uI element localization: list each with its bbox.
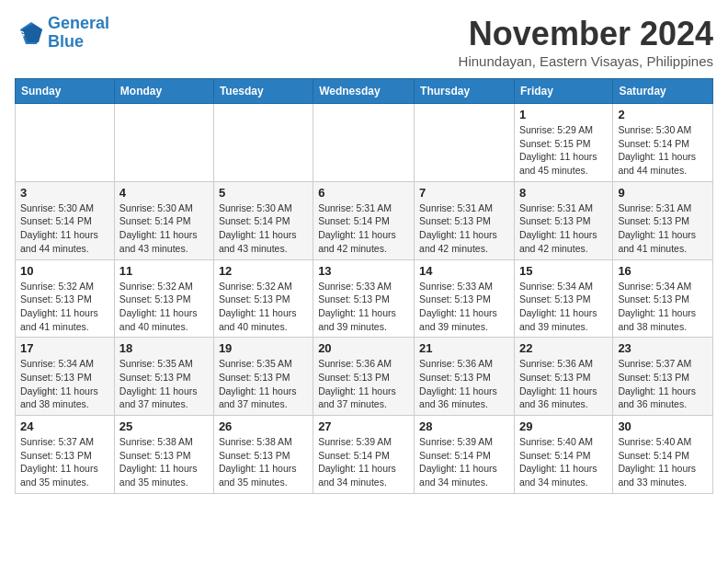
day-number: 21 — [419, 341, 509, 355]
calendar-week-row: 1Sunrise: 5:29 AM Sunset: 5:15 PM Daylig… — [16, 104, 713, 182]
day-info: Sunrise: 5:33 AM Sunset: 5:13 PM Dayligh… — [318, 280, 409, 334]
calendar-cell: 20Sunrise: 5:36 AM Sunset: 5:13 PM Dayli… — [313, 338, 415, 416]
calendar-cell: 4Sunrise: 5:30 AM Sunset: 5:14 PM Daylig… — [114, 181, 213, 259]
weekday-header-cell: Sunday — [16, 79, 115, 104]
svg-text:G: G — [18, 29, 25, 39]
day-number: 12 — [219, 264, 308, 278]
day-number: 30 — [618, 419, 708, 433]
calendar-cell: 28Sunrise: 5:39 AM Sunset: 5:14 PM Dayli… — [415, 416, 515, 494]
calendar-cell: 7Sunrise: 5:31 AM Sunset: 5:13 PM Daylig… — [415, 181, 515, 259]
calendar-cell: 27Sunrise: 5:39 AM Sunset: 5:14 PM Dayli… — [313, 416, 415, 494]
day-info: Sunrise: 5:30 AM Sunset: 5:14 PM Dayligh… — [219, 201, 308, 256]
location-title: Hinundayan, Eastern Visayas, Philippines — [459, 53, 713, 69]
day-info: Sunrise: 5:34 AM Sunset: 5:13 PM Dayligh… — [519, 280, 608, 334]
day-number: 15 — [519, 264, 608, 278]
day-info: Sunrise: 5:40 AM Sunset: 5:14 PM Dayligh… — [618, 435, 708, 489]
calendar-cell: 21Sunrise: 5:36 AM Sunset: 5:13 PM Dayli… — [415, 338, 515, 416]
day-number: 14 — [419, 264, 509, 278]
weekday-header-row: SundayMondayTuesdayWednesdayThursdayFrid… — [16, 79, 713, 104]
day-info: Sunrise: 5:31 AM Sunset: 5:13 PM Dayligh… — [419, 201, 509, 256]
calendar-cell: 16Sunrise: 5:34 AM Sunset: 5:13 PM Dayli… — [613, 259, 713, 338]
day-number: 11 — [119, 264, 209, 278]
day-number: 5 — [219, 186, 308, 200]
calendar-table: SundayMondayTuesdayWednesdayThursdayFrid… — [15, 78, 713, 494]
calendar-cell: 2Sunrise: 5:30 AM Sunset: 5:14 PM Daylig… — [613, 104, 713, 182]
weekday-header-cell: Saturday — [613, 79, 713, 104]
day-number: 13 — [318, 264, 409, 278]
calendar-cell: 24Sunrise: 5:37 AM Sunset: 5:13 PM Dayli… — [16, 416, 115, 494]
day-number: 10 — [20, 264, 109, 278]
calendar-cell — [213, 104, 313, 182]
page-header: G General Blue November 2024 Hinundayan,… — [15, 15, 713, 69]
day-info: Sunrise: 5:33 AM Sunset: 5:13 PM Dayligh… — [419, 280, 509, 334]
day-number: 4 — [119, 186, 209, 200]
day-number: 28 — [419, 419, 509, 433]
day-info: Sunrise: 5:35 AM Sunset: 5:13 PM Dayligh… — [119, 357, 209, 411]
calendar-cell: 6Sunrise: 5:31 AM Sunset: 5:14 PM Daylig… — [313, 181, 415, 259]
month-title: November 2024 — [459, 15, 713, 53]
day-number: 1 — [519, 108, 608, 121]
day-number: 27 — [318, 419, 409, 433]
calendar-cell: 12Sunrise: 5:32 AM Sunset: 5:13 PM Dayli… — [213, 259, 313, 338]
day-info: Sunrise: 5:40 AM Sunset: 5:14 PM Dayligh… — [519, 435, 608, 489]
day-info: Sunrise: 5:31 AM Sunset: 5:13 PM Dayligh… — [618, 201, 708, 256]
day-info: Sunrise: 5:32 AM Sunset: 5:13 PM Dayligh… — [119, 280, 209, 334]
day-info: Sunrise: 5:31 AM Sunset: 5:14 PM Dayligh… — [318, 201, 409, 256]
day-info: Sunrise: 5:29 AM Sunset: 5:15 PM Dayligh… — [519, 123, 608, 178]
day-info: Sunrise: 5:30 AM Sunset: 5:14 PM Dayligh… — [20, 201, 109, 256]
day-info: Sunrise: 5:37 AM Sunset: 5:13 PM Dayligh… — [20, 435, 109, 489]
day-number: 29 — [519, 419, 608, 433]
weekday-header-cell: Monday — [114, 79, 213, 104]
day-info: Sunrise: 5:36 AM Sunset: 5:13 PM Dayligh… — [419, 357, 509, 411]
calendar-week-row: 24Sunrise: 5:37 AM Sunset: 5:13 PM Dayli… — [16, 416, 713, 494]
calendar-week-row: 17Sunrise: 5:34 AM Sunset: 5:13 PM Dayli… — [16, 338, 713, 416]
calendar-cell — [16, 104, 115, 182]
day-info: Sunrise: 5:39 AM Sunset: 5:14 PM Dayligh… — [419, 435, 509, 489]
day-info: Sunrise: 5:32 AM Sunset: 5:13 PM Dayligh… — [20, 280, 109, 334]
calendar-cell: 8Sunrise: 5:31 AM Sunset: 5:13 PM Daylig… — [514, 181, 612, 259]
weekday-header-cell: Friday — [514, 79, 612, 104]
title-block: November 2024 Hinundayan, Eastern Visaya… — [459, 15, 713, 69]
day-info: Sunrise: 5:30 AM Sunset: 5:14 PM Dayligh… — [618, 123, 708, 178]
calendar-cell: 15Sunrise: 5:34 AM Sunset: 5:13 PM Dayli… — [514, 259, 612, 338]
day-info: Sunrise: 5:34 AM Sunset: 5:13 PM Dayligh… — [20, 357, 109, 411]
logo: G General Blue — [15, 15, 109, 52]
day-info: Sunrise: 5:38 AM Sunset: 5:13 PM Dayligh… — [119, 435, 209, 489]
day-number: 19 — [219, 341, 308, 355]
day-number: 20 — [318, 341, 409, 355]
calendar-cell: 23Sunrise: 5:37 AM Sunset: 5:13 PM Dayli… — [613, 338, 713, 416]
calendar-week-row: 3Sunrise: 5:30 AM Sunset: 5:14 PM Daylig… — [16, 181, 713, 259]
day-number: 23 — [618, 341, 708, 355]
calendar-cell: 13Sunrise: 5:33 AM Sunset: 5:13 PM Dayli… — [313, 259, 415, 338]
day-number: 18 — [119, 341, 209, 355]
day-number: 2 — [618, 108, 708, 121]
calendar-cell: 14Sunrise: 5:33 AM Sunset: 5:13 PM Dayli… — [415, 259, 515, 338]
calendar-cell: 30Sunrise: 5:40 AM Sunset: 5:14 PM Dayli… — [613, 416, 713, 494]
day-info: Sunrise: 5:30 AM Sunset: 5:14 PM Dayligh… — [119, 201, 209, 256]
day-number: 25 — [119, 419, 209, 433]
calendar-cell: 22Sunrise: 5:36 AM Sunset: 5:13 PM Dayli… — [514, 338, 612, 416]
day-info: Sunrise: 5:38 AM Sunset: 5:13 PM Dayligh… — [219, 435, 308, 489]
day-info: Sunrise: 5:36 AM Sunset: 5:13 PM Dayligh… — [318, 357, 409, 411]
day-info: Sunrise: 5:34 AM Sunset: 5:13 PM Dayligh… — [618, 280, 708, 334]
calendar-cell — [313, 104, 415, 182]
day-number: 6 — [318, 186, 409, 200]
calendar-cell: 26Sunrise: 5:38 AM Sunset: 5:13 PM Dayli… — [213, 416, 313, 494]
calendar-cell: 1Sunrise: 5:29 AM Sunset: 5:15 PM Daylig… — [514, 104, 612, 182]
calendar-cell — [114, 104, 213, 182]
calendar-cell: 11Sunrise: 5:32 AM Sunset: 5:13 PM Dayli… — [114, 259, 213, 338]
day-info: Sunrise: 5:36 AM Sunset: 5:13 PM Dayligh… — [519, 357, 608, 411]
calendar-cell: 5Sunrise: 5:30 AM Sunset: 5:14 PM Daylig… — [213, 181, 313, 259]
day-number: 7 — [419, 186, 509, 200]
calendar-cell: 29Sunrise: 5:40 AM Sunset: 5:14 PM Dayli… — [514, 416, 612, 494]
day-number: 26 — [219, 419, 308, 433]
day-info: Sunrise: 5:35 AM Sunset: 5:13 PM Dayligh… — [219, 357, 308, 411]
logo-text2: Blue — [48, 33, 109, 52]
day-number: 22 — [519, 341, 608, 355]
logo-text: General — [48, 15, 109, 33]
day-info: Sunrise: 5:37 AM Sunset: 5:13 PM Dayligh… — [618, 357, 708, 411]
day-number: 17 — [20, 341, 109, 355]
day-info: Sunrise: 5:32 AM Sunset: 5:13 PM Dayligh… — [219, 280, 308, 334]
weekday-header-cell: Wednesday — [313, 79, 415, 104]
day-number: 8 — [519, 186, 608, 200]
